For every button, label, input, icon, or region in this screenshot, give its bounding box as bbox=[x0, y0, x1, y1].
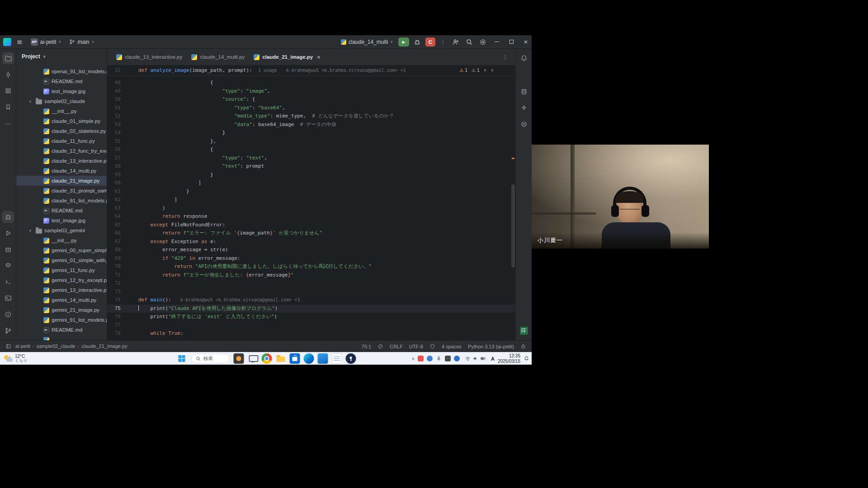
project-tree-item[interactable]: gemini_21_image.py bbox=[16, 305, 107, 315]
tray-expand-icon[interactable]: ∧ bbox=[411, 357, 415, 361]
code-line[interactable]: 56 { bbox=[107, 145, 515, 154]
code-line[interactable]: 66 return f"エラー: ファイル '{image_path}' が見つ… bbox=[107, 229, 515, 238]
more-tools-icon[interactable]: ⋯ bbox=[2, 117, 14, 129]
project-tree-item[interactable]: gemini_14_multi.py bbox=[16, 295, 107, 305]
code-line[interactable]: 72 bbox=[107, 279, 515, 288]
tray-app-icon-3[interactable] bbox=[454, 356, 460, 361]
code-line[interactable]: 57 "type": "text", bbox=[107, 154, 515, 163]
project-tree-item[interactable]: openai_91_list_models.py bbox=[16, 66, 107, 76]
project-tree-item[interactable]: claude_11_func.py bbox=[16, 136, 107, 146]
project-tree-item[interactable]: claude_01_simple.py bbox=[16, 116, 107, 126]
services-icon[interactable] bbox=[2, 260, 14, 272]
chevron-down-icon[interactable]: ∨ bbox=[29, 229, 33, 233]
tab-options-icon[interactable]: ⋮ bbox=[500, 54, 510, 61]
security-app-icon[interactable] bbox=[346, 353, 356, 364]
code-line[interactable]: 74def main(): k-brahma@wu5 <k.brahma.nir… bbox=[107, 296, 515, 305]
run-tool-icon[interactable] bbox=[2, 227, 14, 239]
project-tree-item[interactable]: claude_13_interactive.py bbox=[16, 156, 107, 166]
shield-icon[interactable] bbox=[429, 343, 435, 349]
close-window-button[interactable]: × bbox=[520, 35, 532, 49]
code-line[interactable]: 75 print("Claude APIを使用した画像分析プログラム") bbox=[107, 305, 515, 313]
code-line[interactable]: 63 ) bbox=[107, 204, 515, 213]
code-editor[interactable]: 48 {49 "type": "image",50 "source": {51 … bbox=[107, 76, 515, 340]
taskbar-clock[interactable]: 12:35 2025/03/15 bbox=[498, 353, 520, 364]
project-folder-icon[interactable] bbox=[2, 52, 14, 64]
tray-people-icon[interactable] bbox=[427, 356, 433, 361]
code-line[interactable]: 32def analyze_image(image_path, prompt):… bbox=[107, 65, 515, 75]
system-indicators[interactable] bbox=[463, 355, 488, 362]
settings-gear-icon[interactable] bbox=[477, 37, 488, 47]
code-line[interactable]: 61 } bbox=[107, 188, 515, 196]
notifications-bell-icon[interactable] bbox=[518, 52, 530, 64]
project-selector[interactable]: AP ai-petit ∨ bbox=[28, 38, 64, 47]
run-config-selector[interactable]: claude_14_multi ∨ bbox=[338, 38, 396, 46]
edge-icon[interactable] bbox=[304, 353, 314, 364]
editor-tab[interactable]: claude_21_image.py× bbox=[249, 49, 325, 65]
project-tree-item[interactable]: gemini_00_super_simple.py bbox=[16, 245, 107, 255]
project-tree-item[interactable]: claude_12_func_try_except.py bbox=[16, 146, 107, 156]
project-tree-item[interactable]: claude_31_prompt_sample.py bbox=[16, 186, 107, 196]
indent-indicator[interactable]: 4 spaces bbox=[442, 344, 462, 349]
run-button[interactable]: ▶ bbox=[398, 38, 409, 47]
more-actions-icon[interactable]: ⋮ bbox=[438, 38, 448, 45]
project-tree-item[interactable]: __init__.py bbox=[16, 106, 107, 116]
close-tab-icon[interactable]: × bbox=[316, 54, 321, 60]
code-line[interactable]: 71 return f"エラーが発生しました: {error_message}" bbox=[107, 271, 515, 280]
code-line[interactable]: 54 } bbox=[107, 129, 515, 137]
project-tree-item[interactable]: test_image.jpg bbox=[16, 216, 107, 225]
commit-icon[interactable] bbox=[2, 69, 14, 80]
terminal-icon[interactable] bbox=[2, 292, 14, 304]
code-line[interactable]: 62 ] bbox=[107, 196, 515, 204]
python-console-icon[interactable] bbox=[2, 276, 14, 288]
taskbar-search-box[interactable]: 検索 bbox=[191, 354, 230, 363]
python-packages-icon[interactable] bbox=[2, 244, 14, 255]
microsoft-store-icon[interactable] bbox=[290, 353, 300, 364]
code-line[interactable]: 67 except Exception as e: bbox=[107, 238, 515, 246]
code-line[interactable]: 49 "type": "image", bbox=[107, 87, 515, 96]
code-line[interactable]: 60 ] bbox=[107, 179, 515, 188]
minimize-button[interactable] bbox=[491, 35, 503, 49]
project-tree-item[interactable]: gemini_91_list_models.py bbox=[16, 315, 107, 325]
code-with-me-icon[interactable] bbox=[450, 37, 461, 47]
start-button[interactable] bbox=[176, 353, 188, 364]
ai-assistant-icon[interactable] bbox=[518, 102, 530, 114]
code-line[interactable]: 69 if "429" in error_message: bbox=[107, 254, 515, 263]
main-menu-icon[interactable]: ≡ bbox=[14, 38, 25, 46]
code-line[interactable]: 48 { bbox=[107, 79, 515, 87]
prev-problem-icon[interactable]: ∧ bbox=[484, 68, 487, 72]
editor-scrollbar[interactable] bbox=[511, 184, 515, 267]
code-line[interactable]: 52 "media_type": mime_type, # どんなデータを渡して… bbox=[107, 112, 515, 121]
project-tree-item[interactable]: README.md bbox=[16, 76, 107, 86]
code-line[interactable]: 51 "type": "base64", bbox=[107, 104, 515, 113]
ime-indicator[interactable]: A bbox=[491, 356, 495, 361]
project-tree-item[interactable]: gemini_01_simple_with_stream.py bbox=[16, 255, 107, 265]
project-tree-item[interactable]: claude_14_multi.py bbox=[16, 166, 107, 176]
line-ending-indicator[interactable]: CRLF bbox=[390, 344, 403, 349]
code-line[interactable]: 65 except FileNotFoundError: bbox=[107, 221, 515, 230]
code-line[interactable]: 77 bbox=[107, 321, 515, 330]
project-tree-item[interactable]: gemini_13_interactive.py bbox=[16, 285, 107, 295]
code-line[interactable]: 58 "text": prompt bbox=[107, 162, 515, 171]
code-line[interactable]: 68 error_message = str(e) bbox=[107, 246, 515, 254]
project-tree-folder[interactable]: ∨sample02_claude bbox=[16, 96, 107, 106]
code-line[interactable]: 76 print("終了するには 'exit' と入力してください") bbox=[107, 313, 515, 321]
tray-app-icon-1[interactable] bbox=[418, 356, 424, 361]
bookmarks-icon[interactable] bbox=[2, 101, 14, 113]
file-explorer-icon[interactable] bbox=[276, 353, 286, 364]
code-line[interactable]: 70 return "APIの使用量制限に達しました。しばらく待ってから再試行し… bbox=[107, 263, 515, 271]
breadcrumb-item[interactable]: sample02_claude bbox=[36, 343, 75, 349]
dependencies-icon[interactable] bbox=[518, 118, 530, 130]
taskbar-app-icon-1[interactable] bbox=[234, 353, 244, 364]
notifications-icon[interactable] bbox=[524, 356, 529, 361]
taskbar-app-icon-2[interactable] bbox=[318, 353, 328, 364]
taskbar-weather-widget[interactable]: 12°C くもり bbox=[4, 352, 28, 365]
version-control-icon[interactable] bbox=[2, 325, 14, 337]
git-branch-selector[interactable]: main ∨ bbox=[66, 38, 97, 46]
window-layout-icon[interactable] bbox=[5, 343, 11, 349]
lock-icon[interactable] bbox=[520, 343, 526, 349]
maximize-button[interactable] bbox=[505, 35, 517, 49]
project-tree-item[interactable]: README.md bbox=[16, 206, 107, 216]
database-icon[interactable] bbox=[518, 86, 530, 98]
highlighting-level-icon[interactable] bbox=[377, 343, 383, 349]
tray-mic-icon[interactable] bbox=[436, 356, 442, 361]
